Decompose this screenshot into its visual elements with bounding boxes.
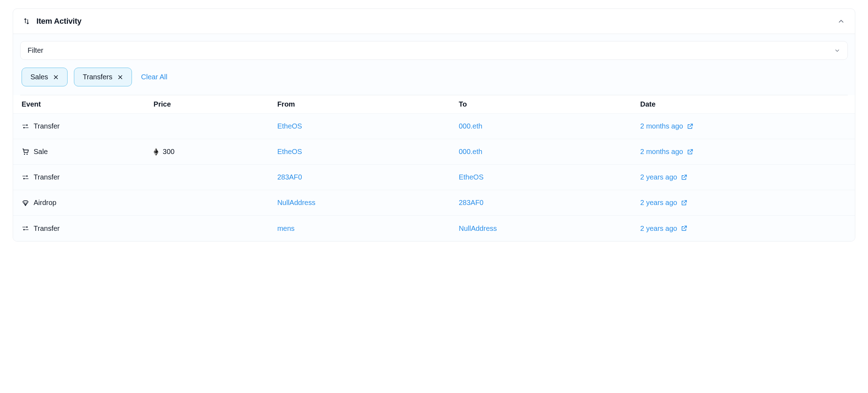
date-cell: 2 years ago (640, 199, 846, 207)
price-value: 300 (163, 148, 174, 156)
transfer-icon (22, 173, 29, 181)
event-cell: Transfer (22, 122, 154, 130)
to-cell: 283AF0 (459, 199, 640, 207)
date-link[interactable]: 2 months ago (640, 122, 683, 130)
from-link[interactable]: EtheOS (277, 122, 302, 130)
filter-chip-transfers[interactable]: Transfers (74, 68, 132, 86)
close-icon[interactable] (53, 74, 59, 80)
table-row: Airdrop NullAddress 283AF0 2 years ago (13, 190, 855, 216)
event-cell: Transfer (22, 173, 154, 181)
date-link[interactable]: 2 months ago (640, 148, 683, 156)
table-row: Sale 300 EtheOS 000.eth 2 months ago (13, 139, 855, 165)
filter-dropdown[interactable]: Filter (20, 41, 848, 60)
date-cell: 2 years ago (640, 173, 846, 181)
table-row: Transfer mens NullAddress 2 years ago (13, 216, 855, 241)
event-type-label: Transfer (34, 122, 60, 130)
event-cell: Airdrop (22, 199, 154, 207)
external-link-icon[interactable] (687, 123, 694, 130)
transfer-icon (22, 224, 29, 232)
table-row: Transfer EtheOS 000.eth 2 months ago (13, 114, 855, 139)
event-type-label: Sale (34, 148, 48, 156)
col-price: Price (154, 100, 277, 108)
filter-chip-label: Transfers (83, 73, 112, 81)
date-link[interactable]: 2 years ago (640, 224, 677, 233)
date-cell: 2 years ago (640, 224, 846, 233)
col-event: Event (22, 100, 154, 108)
to-cell: NullAddress (459, 224, 640, 233)
panel-header[interactable]: Item Activity (13, 9, 855, 34)
from-cell: EtheOS (277, 148, 459, 156)
external-link-icon[interactable] (681, 174, 688, 181)
to-cell: 000.eth (459, 122, 640, 130)
filter-chip-label: Sales (30, 73, 48, 81)
from-link[interactable]: EtheOS (277, 148, 302, 156)
col-to: To (459, 100, 640, 108)
from-cell: 283AF0 (277, 173, 459, 181)
table-row: Transfer 283AF0 EtheOS 2 years ago (13, 165, 855, 190)
chevron-up-icon[interactable] (837, 17, 845, 25)
event-type-label: Airdrop (34, 199, 56, 207)
close-icon[interactable] (117, 74, 123, 80)
event-type-label: Transfer (34, 173, 60, 181)
chevron-down-icon (834, 47, 840, 54)
external-link-icon[interactable] (687, 148, 694, 155)
filter-section: Filter Sales Transfers Clear All (13, 34, 855, 95)
panel-header-left: Item Activity (23, 17, 81, 26)
date-link[interactable]: 2 years ago (640, 173, 677, 181)
filter-chip-sales[interactable]: Sales (22, 68, 68, 86)
to-link[interactable]: NullAddress (459, 224, 497, 233)
parachute-icon (22, 199, 29, 207)
external-link-icon[interactable] (681, 199, 688, 206)
from-cell: EtheOS (277, 122, 459, 130)
external-link-icon[interactable] (681, 225, 688, 232)
transfer-icon (22, 123, 29, 130)
filter-dropdown-label: Filter (28, 46, 43, 55)
from-cell: mens (277, 224, 459, 233)
from-link[interactable]: NullAddress (277, 199, 316, 207)
col-from: From (277, 100, 459, 108)
from-link[interactable]: mens (277, 224, 295, 233)
to-link[interactable]: 000.eth (459, 122, 482, 130)
panel-title: Item Activity (36, 17, 81, 26)
price-cell: 300 (154, 148, 277, 156)
filter-chips-row: Sales Transfers Clear All (20, 60, 848, 95)
ethereum-icon (154, 148, 158, 156)
to-cell: EtheOS (459, 173, 640, 181)
to-cell: 000.eth (459, 148, 640, 156)
cart-icon (22, 148, 29, 156)
item-activity-panel: Item Activity Filter Sales Transfers Cle… (13, 8, 855, 241)
to-link[interactable]: EtheOS (459, 173, 484, 181)
clear-all-button[interactable]: Clear All (141, 73, 167, 81)
col-date: Date (640, 100, 846, 108)
to-link[interactable]: 283AF0 (459, 199, 484, 207)
from-link[interactable]: 283AF0 (277, 173, 302, 181)
to-link[interactable]: 000.eth (459, 148, 482, 156)
from-cell: NullAddress (277, 199, 459, 207)
date-cell: 2 months ago (640, 122, 846, 130)
table-header-row: Event Price From To Date (13, 95, 855, 114)
activity-table: Event Price From To Date Transfer EtheOS (13, 95, 855, 241)
event-cell: Transfer (22, 224, 154, 233)
event-cell: Sale (22, 148, 154, 156)
date-link[interactable]: 2 years ago (640, 199, 677, 207)
date-cell: 2 months ago (640, 148, 846, 156)
event-type-label: Transfer (34, 224, 60, 233)
swap-vertical-icon (23, 18, 30, 25)
